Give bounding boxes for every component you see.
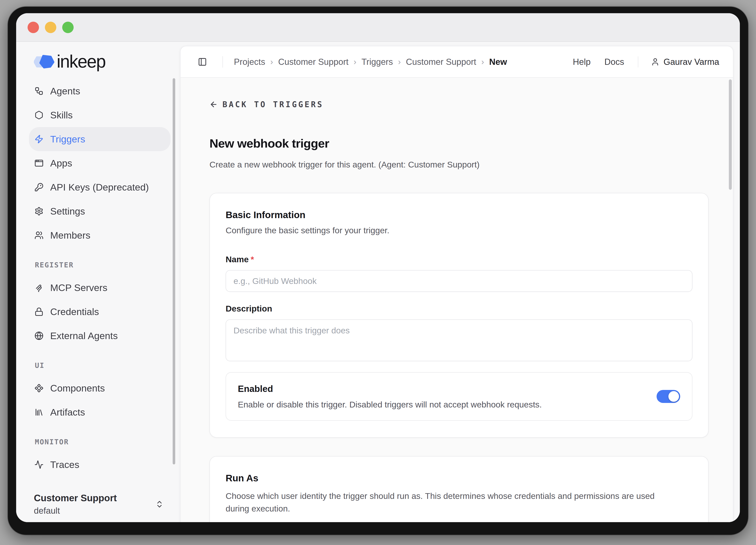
chevrons-up-down-icon — [155, 500, 164, 509]
sidebar-item-label: Members — [50, 230, 90, 241]
required-asterisk: * — [251, 254, 254, 264]
component-icon — [34, 384, 44, 393]
description-textarea[interactable] — [226, 320, 692, 361]
window-frame: inkeep Agents Skills — [8, 7, 748, 535]
project-name: Customer Support — [34, 492, 117, 504]
basic-information-title: Basic Information — [226, 209, 692, 220]
panel-left-icon[interactable] — [198, 57, 207, 66]
enabled-toggle[interactable] — [657, 390, 680, 403]
close-window-button[interactable] — [28, 22, 39, 33]
inkeep-logo[interactable]: inkeep — [34, 54, 105, 69]
sidebar-item-label: Triggers — [50, 134, 85, 145]
docs-link[interactable]: Docs — [604, 57, 624, 67]
name-label: Name * — [226, 254, 692, 264]
sidebar-nav: Agents Skills Triggers — [16, 79, 180, 477]
sidebar-item-label: Settings — [50, 206, 85, 217]
back-to-triggers-link[interactable]: BACK TO TRIGGERS — [209, 100, 323, 109]
breadcrumb-separator: › — [354, 57, 356, 67]
sidebar-item-label: API Keys (Deprecated) — [50, 182, 149, 193]
sidebar-section-monitor: MONITOR — [35, 438, 180, 446]
header-user-divider — [638, 56, 638, 67]
activity-icon — [34, 460, 44, 469]
sidebar-item-label: Skills — [50, 109, 73, 121]
toggle-knob — [668, 391, 679, 402]
app-window-icon — [34, 159, 44, 168]
sidebar-item-external-agents[interactable]: External Agents — [29, 324, 170, 348]
project-variant: default — [34, 505, 117, 516]
description-label: Description — [226, 304, 692, 314]
sidebar-item-label: Artifacts — [50, 407, 85, 418]
sidebar-item-artifacts[interactable]: Artifacts — [29, 400, 170, 424]
breadcrumb-separator: › — [398, 57, 401, 67]
sidebar-item-components[interactable]: Components — [29, 376, 170, 400]
sidebar-scrollbar[interactable] — [173, 78, 175, 464]
sidebar-item-mcp-servers[interactable]: MCP Servers — [29, 276, 170, 300]
basic-information-card: Basic Information Configure the basic se… — [209, 193, 709, 438]
sidebar-item-label: External Agents — [50, 330, 118, 341]
sidebar-item-label: Components — [50, 383, 105, 394]
hexagon-icon — [34, 110, 44, 120]
workflow-icon — [34, 86, 44, 96]
zoom-window-button[interactable] — [62, 22, 74, 33]
breadcrumb-agent[interactable]: Customer Support — [406, 57, 476, 67]
breadcrumb-triggers[interactable]: Triggers — [361, 57, 393, 67]
sidebar-item-traces[interactable]: Traces — [29, 453, 170, 477]
users-icon — [34, 231, 44, 240]
page-title: New webhook trigger — [209, 136, 709, 151]
sidebar: inkeep Agents Skills — [16, 42, 180, 522]
arrow-left-icon — [209, 100, 218, 109]
run-as-desc: Choose which user identity the trigger s… — [226, 490, 676, 515]
user-name: Gaurav Varma — [663, 57, 719, 67]
globe-icon — [34, 331, 44, 340]
back-label: BACK TO TRIGGERS — [222, 100, 323, 109]
help-link[interactable]: Help — [573, 57, 591, 67]
zap-icon — [34, 134, 44, 144]
titlebar — [16, 13, 740, 42]
breadcrumb-separator: › — [481, 57, 484, 67]
sidebar-item-api-keys[interactable]: API Keys (Deprecated) — [29, 175, 170, 199]
panel-content: BACK TO TRIGGERS New webhook trigger Cre… — [181, 78, 733, 522]
app-area: inkeep Agents Skills — [16, 42, 740, 522]
breadcrumb-customer-support[interactable]: Customer Support — [278, 57, 348, 67]
main-panel: Projects › Customer Support › Triggers ›… — [180, 46, 733, 522]
sidebar-item-label: Traces — [50, 459, 79, 470]
panel-header: Projects › Customer Support › Triggers ›… — [181, 46, 733, 78]
project-switcher-labels: Customer Support default — [34, 492, 117, 516]
gear-icon — [34, 207, 44, 216]
key-icon — [34, 183, 44, 192]
sidebar-item-settings[interactable]: Settings — [29, 199, 170, 223]
breadcrumb: Projects › Customer Support › Triggers ›… — [234, 57, 507, 67]
mcp-icon — [34, 283, 44, 292]
sidebar-item-credentials[interactable]: Credentials — [29, 300, 170, 324]
breadcrumb-current: New — [489, 57, 507, 67]
window-screen: inkeep Agents Skills — [16, 13, 740, 522]
content-scrollbar[interactable] — [729, 79, 732, 190]
lock-icon — [34, 307, 44, 316]
sidebar-item-agents[interactable]: Agents — [29, 79, 170, 103]
sidebar-item-label: MCP Servers — [50, 282, 107, 293]
name-input[interactable] — [226, 270, 692, 292]
page-subtitle: Create a new webhook trigger for this ag… — [209, 159, 709, 170]
user-menu[interactable]: Gaurav Varma — [651, 57, 719, 67]
enabled-title: Enabled — [238, 383, 645, 394]
sidebar-section-register: REGISTER — [35, 261, 180, 269]
sidebar-item-label: Agents — [50, 85, 80, 96]
sidebar-item-triggers[interactable]: Triggers — [29, 127, 170, 151]
user-icon — [651, 57, 660, 66]
enabled-desc: Enable or disable this trigger. Disabled… — [238, 399, 645, 410]
minimize-window-button[interactable] — [45, 22, 56, 33]
sidebar-section-ui: UI — [35, 361, 180, 370]
logo-wordmark: inkeep — [57, 54, 105, 69]
run-as-card: Run As Choose which user identity the tr… — [209, 456, 709, 522]
enabled-text-block: Enabled Enable or disable this trigger. … — [238, 383, 645, 410]
header-divider — [222, 56, 223, 68]
basic-information-desc: Configure the basic settings for your tr… — [226, 225, 692, 235]
run-as-title: Run As — [226, 473, 692, 484]
sidebar-item-apps[interactable]: Apps — [29, 151, 170, 175]
sidebar-item-members[interactable]: Members — [29, 223, 170, 247]
project-switcher[interactable]: Customer Support default — [34, 492, 164, 516]
breadcrumb-projects[interactable]: Projects — [234, 57, 265, 67]
sidebar-item-label: Apps — [50, 158, 72, 169]
sidebar-item-skills[interactable]: Skills — [29, 103, 170, 127]
breadcrumb-separator: › — [270, 57, 273, 67]
